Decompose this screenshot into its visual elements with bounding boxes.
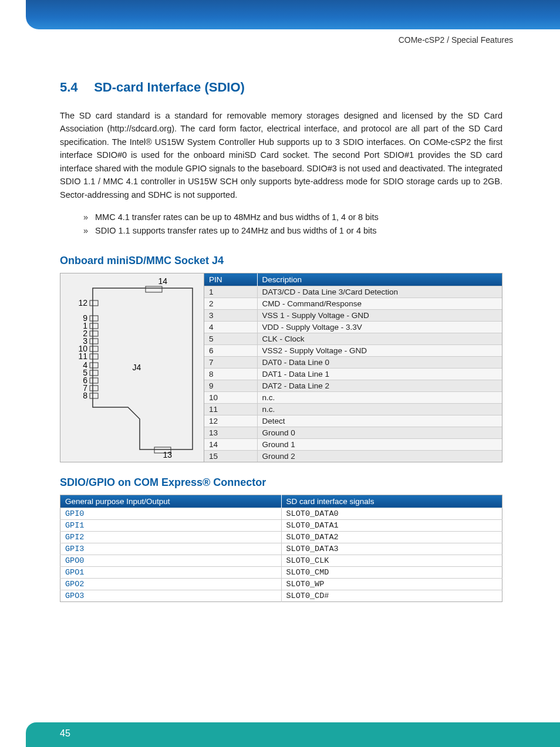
desc-cell: VDD - Supply Voltage - 3.3V bbox=[257, 321, 502, 333]
diagram-center-label: J4 bbox=[133, 363, 141, 372]
gpio-header: General purpose Input/Output bbox=[60, 495, 282, 508]
desc-cell: n.c. bbox=[257, 403, 502, 415]
table-row: 10n.c. bbox=[204, 391, 502, 403]
desc-cell: CLK - Clock bbox=[257, 333, 502, 344]
table-row: 11n.c. bbox=[204, 403, 502, 415]
signal-cell: SLOT0_DATA3 bbox=[281, 543, 502, 555]
page-footer: 45 bbox=[26, 722, 560, 747]
signal-cell: SLOT0_CMD bbox=[281, 566, 502, 578]
gpio-cell: GPO3 bbox=[60, 590, 282, 601]
diagram-pin-14-label: 14 bbox=[158, 276, 167, 286]
section-paragraph: The SD card standard is a standard for r… bbox=[60, 109, 502, 201]
bullet-list: MMC 4.1 transfer rates can be up to 48MH… bbox=[83, 211, 502, 238]
table-row: 5CLK - Clock bbox=[204, 333, 502, 344]
desc-cell: Ground 0 bbox=[257, 427, 502, 438]
desc-cell: VSS 1 - Supply Voltage - GND bbox=[257, 309, 502, 321]
gpio-table: General purpose Input/Output SD card int… bbox=[60, 495, 502, 602]
table-row: 12Detect bbox=[204, 415, 502, 427]
top-banner bbox=[26, 0, 560, 29]
pin-cell: 11 bbox=[204, 403, 257, 415]
signal-cell: SLOT0_DATA2 bbox=[281, 531, 502, 543]
pin-cell: 15 bbox=[204, 450, 257, 462]
pin-cell: 5 bbox=[204, 333, 257, 344]
desc-cell: n.c. bbox=[257, 391, 502, 403]
table-row: 2CMD - Command/Response bbox=[204, 298, 502, 309]
section-title-text: SD-card Interface (SDIO) bbox=[94, 80, 245, 94]
table-row: 8DAT1 - Data Line 1 bbox=[204, 368, 502, 380]
table1-heading: Onboard miniSD/MMC Socket J4 bbox=[60, 255, 502, 267]
desc-header: Description bbox=[257, 273, 502, 286]
section-title: 5.4 SD-card Interface (SDIO) bbox=[60, 80, 502, 95]
table-row: GPO3SLOT0_CD# bbox=[60, 590, 502, 601]
table-row: GPI3SLOT0_DATA3 bbox=[60, 543, 502, 555]
svg-rect-16 bbox=[90, 363, 98, 368]
pin-cell: 3 bbox=[204, 309, 257, 321]
table-row: 9DAT2 - Data Line 2 bbox=[204, 380, 502, 391]
signal-cell: SLOT0_CLK bbox=[281, 555, 502, 566]
table-row: GPO1SLOT0_CMD bbox=[60, 566, 502, 578]
gpio-cell: GPO2 bbox=[60, 578, 282, 590]
gpio-cell: GPI1 bbox=[60, 519, 282, 531]
svg-rect-8 bbox=[90, 331, 98, 336]
section-number: 5.4 bbox=[60, 80, 90, 95]
table-row: GPI2SLOT0_DATA2 bbox=[60, 531, 502, 543]
table-row: GPI0SLOT0_DATA0 bbox=[60, 508, 502, 519]
table-row: 7DAT0 - Data Line 0 bbox=[204, 356, 502, 368]
pin-table: PIN Description 1DAT3/CD - Data Line 3/C… bbox=[204, 273, 502, 462]
diagram-pin-13-label: 13 bbox=[163, 450, 172, 459]
pinout-table-wrap: 14 13 12 9123101145678 J4 PIN Descriptio… bbox=[60, 273, 502, 462]
table-row: 3VSS 1 - Supply Voltage - GND bbox=[204, 309, 502, 321]
pin-cell: 1 bbox=[204, 286, 257, 298]
signal-cell: SLOT0_DATA1 bbox=[281, 519, 502, 531]
gpio-cell: GPI0 bbox=[60, 508, 282, 519]
pin-cell: 7 bbox=[204, 356, 257, 368]
list-item: SDIO 1.1 supports transfer rates up to 2… bbox=[83, 224, 502, 238]
svg-rect-4 bbox=[90, 316, 98, 321]
table-row: 6VSS2 - Supply Voltage - GND bbox=[204, 344, 502, 356]
pin-cell: 10 bbox=[204, 391, 257, 403]
desc-cell: DAT1 - Data Line 1 bbox=[257, 368, 502, 380]
table-row: 13Ground 0 bbox=[204, 427, 502, 438]
table-row: GPO2SLOT0_WP bbox=[60, 578, 502, 590]
svg-rect-2 bbox=[90, 300, 98, 306]
table-row: 1DAT3/CD - Data Line 3/Card Detection bbox=[204, 286, 502, 298]
table-row: GPO0SLOT0_CLK bbox=[60, 555, 502, 566]
svg-rect-10 bbox=[90, 339, 98, 344]
gpio-cell: GPI2 bbox=[60, 531, 282, 543]
desc-cell: DAT0 - Data Line 0 bbox=[257, 356, 502, 368]
svg-text:11: 11 bbox=[78, 351, 87, 361]
table2-heading: SDIO/GPIO on COM Express® Connector bbox=[60, 476, 502, 489]
pin-cell: 13 bbox=[204, 427, 257, 438]
svg-text:12: 12 bbox=[78, 298, 87, 307]
svg-rect-20 bbox=[90, 378, 98, 383]
desc-cell: Detect bbox=[257, 415, 502, 427]
pin-cell: 14 bbox=[204, 438, 257, 450]
signal-cell: SLOT0_CD# bbox=[281, 590, 502, 601]
pin-cell: 2 bbox=[204, 298, 257, 309]
svg-rect-24 bbox=[90, 393, 98, 398]
table-row: 15Ground 2 bbox=[204, 450, 502, 462]
pin-cell: 8 bbox=[204, 368, 257, 380]
page-number: 45 bbox=[60, 728, 70, 738]
pin-cell: 9 bbox=[204, 380, 257, 391]
desc-cell: DAT2 - Data Line 2 bbox=[257, 380, 502, 391]
svg-rect-12 bbox=[90, 346, 98, 351]
svg-rect-22 bbox=[90, 386, 98, 391]
table-row: 14Ground 1 bbox=[204, 438, 502, 450]
signal-cell: SLOT0_DATA0 bbox=[281, 508, 502, 519]
signal-cell: SLOT0_WP bbox=[281, 578, 502, 590]
desc-cell: Ground 2 bbox=[257, 450, 502, 462]
svg-rect-0 bbox=[146, 286, 162, 292]
pin-cell: 4 bbox=[204, 321, 257, 333]
pin-header: PIN bbox=[204, 273, 257, 286]
gpio-cell: GPI3 bbox=[60, 543, 282, 555]
svg-rect-18 bbox=[90, 370, 98, 376]
list-item: MMC 4.1 transfer rates can be up to 48MH… bbox=[83, 211, 502, 224]
pin-cell: 6 bbox=[204, 344, 257, 356]
desc-cell: DAT3/CD - Data Line 3/Card Detection bbox=[257, 286, 502, 298]
svg-text:8: 8 bbox=[83, 391, 87, 400]
svg-rect-6 bbox=[90, 323, 98, 329]
page-content: 5.4 SD-card Interface (SDIO) The SD card… bbox=[0, 45, 560, 602]
pin-cell: 12 bbox=[204, 415, 257, 427]
gpio-cell: GPO1 bbox=[60, 566, 282, 578]
